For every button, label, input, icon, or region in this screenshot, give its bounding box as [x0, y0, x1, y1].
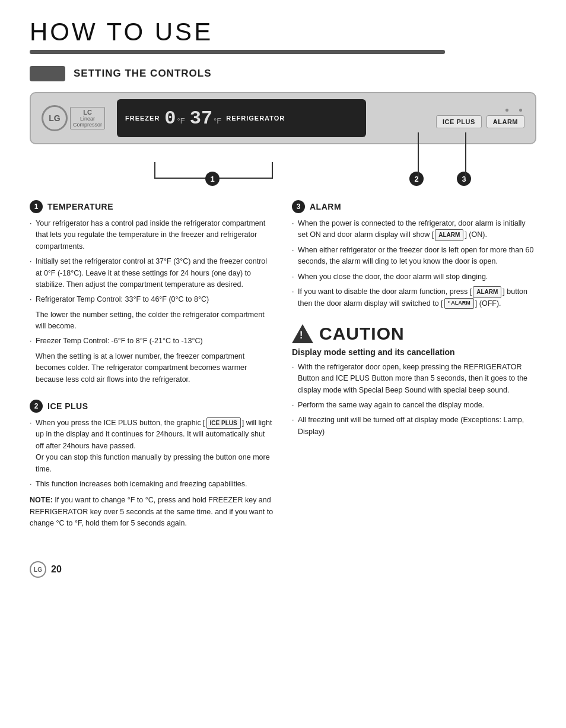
caution-bullet-2: Perform the same way again to cancel the…	[292, 400, 536, 411]
callout-number-2: 2	[409, 172, 424, 186]
panel-buttons: ICE PLUS ALARM	[436, 115, 524, 128]
alarm-number: 3	[292, 200, 305, 213]
caution-header: CAUTION	[292, 324, 536, 344]
ice-plus-header: 2 ICE PLUS	[30, 400, 274, 413]
alarm-title: ALARM	[310, 202, 341, 211]
ice-bullet-2: This function increases both icemaking a…	[30, 479, 274, 490]
page-footer: LG 20	[30, 561, 536, 578]
lg-logo: LG LC Linear Compressor	[42, 105, 105, 131]
ice-plus-note: NOTE: If you want to change °F to °C, pr…	[30, 495, 274, 529]
freezer-label: FREEZER	[125, 115, 160, 122]
temp-freezer-value: 0	[164, 107, 176, 129]
alarm-badge-press: ALARM	[473, 286, 501, 298]
alarm-bullet-1: When the power is connected to the refri…	[292, 218, 536, 241]
alarm-bullet-4: If you want to disable the door alarm fu…	[292, 286, 536, 309]
section-header-text: SETTING THE CONTROLS	[74, 68, 212, 80]
refrigerator-label: REFRIGERATOR	[226, 115, 285, 122]
lc-icon: LC	[83, 109, 92, 116]
temp-sub-4: When the setting is at a lower number, t…	[30, 351, 274, 385]
caution-bullet-1: With the refrigerator door open, keep pr…	[292, 362, 536, 396]
linear-label: Linear	[80, 116, 95, 122]
temp-fridge-value: 37	[190, 107, 212, 129]
temp-bullet-3: Refrigerator Temp Control: 33°F to 46°F …	[30, 294, 274, 305]
fridge-temp-display: 37 °F	[190, 107, 222, 129]
temp-sub-3: The lower the number setting, the colder…	[30, 309, 274, 333]
caution-subtitle: Display mode setting and its cancellatio…	[292, 347, 536, 357]
ice-plus-number: 2	[30, 400, 43, 413]
dot-1	[505, 109, 508, 112]
content-columns: 1 TEMPERATURE Your refrigerator has a co…	[30, 200, 536, 543]
vline-3	[465, 132, 466, 178]
caution-title: CAUTION	[319, 324, 405, 344]
alarm-bullet-2: When either refrigerator or the freezer …	[292, 245, 536, 268]
panel-indicator-dots	[505, 109, 522, 112]
ice-bullet-1: When you press the ICE PLUS button, the …	[30, 417, 274, 475]
callout-number-3: 3	[457, 172, 471, 186]
dot-2	[519, 109, 522, 112]
temperature-title: TEMPERATURE	[47, 202, 113, 211]
temp-freezer-unit: °F	[177, 116, 185, 125]
temperature-section: 1 TEMPERATURE Your refrigerator has a co…	[30, 200, 274, 385]
linear-compressor-badge: LC Linear Compressor	[70, 107, 105, 129]
caution-bullet-3: All freezing unit will be turned off at …	[292, 414, 536, 438]
ice-plus-button[interactable]: ICE PLUS	[436, 115, 482, 128]
alarm-header: 3 ALARM	[292, 200, 536, 213]
vline-2	[418, 132, 419, 178]
lg-text: LG	[49, 113, 60, 123]
panel-right-controls: ICE PLUS ALARM	[436, 109, 524, 128]
temp-bullet-2: Initially set the refrigerator control a…	[30, 256, 274, 290]
callout-row: 1 2 3	[30, 162, 536, 186]
alarm-button[interactable]: ALARM	[486, 115, 524, 128]
footer-logo-circle: LG	[30, 561, 46, 578]
ice-plus-badge: ICE PLUS	[206, 417, 241, 429]
freezer-temp-display: 0 °F	[164, 107, 185, 129]
page-number: 20	[51, 564, 62, 575]
temp-bullet-4: Freezer Temp Control: -6°F to 8°F (-21°C…	[30, 335, 274, 347]
panel-display: FREEZER 0 °F 37 °F REFRIGERATOR	[117, 99, 366, 137]
alarm-section: 3 ALARM When the power is connected to t…	[292, 200, 536, 309]
left-column: 1 TEMPERATURE Your refrigerator has a co…	[30, 200, 274, 543]
ice-plus-title: ICE PLUS	[47, 401, 88, 411]
lg-circle: LG	[42, 105, 68, 131]
compressor-label: Compressor	[73, 122, 102, 128]
section-header: SETTING THE CONTROLS	[30, 66, 536, 81]
temp-bullet-1: Your refrigerator has a control pad insi…	[30, 218, 274, 252]
callout-number-1: 1	[205, 172, 220, 186]
alarm-badge-on: ALARM	[435, 229, 463, 241]
right-column: 3 ALARM When the power is connected to t…	[292, 200, 536, 543]
control-panel-diagram: LG LC Linear Compressor FREEZER 0 °F 37 …	[30, 92, 536, 144]
section-header-bar	[30, 66, 65, 81]
temperature-number: 1	[30, 200, 43, 213]
temp-fridge-unit: °F	[214, 116, 221, 125]
title-underline	[30, 50, 445, 54]
alarm-badge-off: ° ALARM	[444, 298, 474, 309]
ice-plus-section: 2 ICE PLUS When you press the ICE PLUS b…	[30, 400, 274, 530]
page-title: HOW TO USE	[30, 18, 536, 46]
caution-icon	[292, 324, 313, 343]
caution-block: CAUTION Display mode setting and its can…	[292, 324, 536, 438]
temperature-header: 1 TEMPERATURE	[30, 200, 274, 213]
alarm-bullet-3: When you close the door, the door alarm …	[292, 271, 536, 283]
note-label: NOTE:	[30, 496, 53, 504]
caution-triangle	[292, 324, 313, 343]
